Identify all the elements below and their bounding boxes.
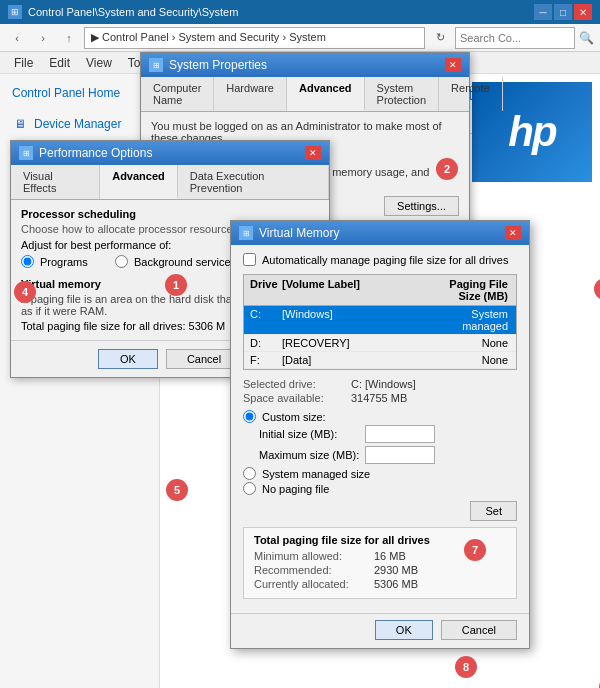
tab-dep[interactable]: Data Execution Prevention	[178, 165, 329, 199]
selected-drive-row: Selected drive: C: [Windows]	[243, 378, 517, 390]
initial-size-input[interactable]	[365, 425, 435, 443]
window-controls: ─ □ ✕	[534, 4, 592, 20]
set-btn-row: Set	[243, 501, 517, 521]
vm-icon: ⊞	[239, 226, 253, 240]
tab-visual-effects[interactable]: Visual Effects	[11, 165, 100, 199]
tab-hardware[interactable]: Hardware	[214, 77, 287, 111]
max-size-row: Maximum size (MB):	[259, 446, 517, 464]
drive-f-size: None	[426, 352, 516, 368]
sys-props-title-bar: ⊞ System Properties ✕	[141, 53, 469, 77]
edit-menu[interactable]: Edit	[41, 54, 78, 72]
search-input[interactable]	[455, 27, 575, 49]
initial-size-label: Initial size (MB):	[259, 428, 359, 440]
space-label: Space available:	[243, 392, 343, 404]
vm-footer: OK Cancel	[231, 613, 529, 648]
perf-ok-button[interactable]: OK	[98, 349, 158, 369]
vm-title-bar: ⊞ Virtual Memory ✕	[231, 221, 529, 245]
badge-8: 8	[455, 656, 477, 678]
minimize-button[interactable]: ─	[534, 4, 552, 20]
no-paging-label: No paging file	[262, 483, 329, 495]
sys-props-icon: ⊞	[149, 58, 163, 72]
background-label: Background services	[134, 256, 236, 268]
main-window-title: Control Panel\System and Security\System	[28, 6, 534, 18]
allocated-row: Currently allocated: 5306 MB	[254, 578, 506, 590]
file-menu[interactable]: File	[6, 54, 41, 72]
view-menu[interactable]: View	[78, 54, 120, 72]
search-icon: 🔍	[579, 31, 594, 45]
size-options: Custom size: Initial size (MB): Maximum …	[243, 410, 517, 495]
tab-computer-name[interactable]: Computer Name	[141, 77, 214, 111]
perf-title-bar: ⊞ Performance Options ✕	[11, 141, 329, 165]
badge-1: 1	[165, 274, 187, 296]
custom-size-row: Custom size:	[243, 410, 517, 423]
drive-d-letter: D:	[244, 335, 276, 351]
forward-button[interactable]: ›	[32, 28, 54, 48]
vm-ok-button[interactable]: OK	[375, 620, 433, 640]
tab-remote[interactable]: Remote	[439, 77, 503, 111]
system-managed-label: System managed size	[262, 468, 370, 480]
drive-row-d[interactable]: D: [RECOVERY] None	[244, 335, 516, 352]
drives-table: Drive [Volume Label] Paging File Size (M…	[243, 274, 517, 370]
badge-4: 4	[14, 281, 36, 303]
sys-props-tabs: Computer Name Hardware Advanced System P…	[141, 77, 469, 112]
total-label: Total paging file size for all drives:	[21, 320, 185, 332]
table-header: Drive [Volume Label] Paging File Size (M…	[244, 275, 516, 306]
drive-c-label: [Windows]	[276, 306, 426, 334]
tab-advanced-perf[interactable]: Advanced	[100, 165, 178, 199]
selected-drive-label: Selected drive:	[243, 378, 343, 390]
max-size-input[interactable]	[365, 446, 435, 464]
perf-close-button[interactable]: ✕	[305, 146, 321, 160]
maximize-button[interactable]: □	[554, 4, 572, 20]
drive-row-f[interactable]: F: [Data] None	[244, 352, 516, 369]
auto-manage-label: Automatically manage paging file size fo…	[262, 254, 508, 266]
background-radio[interactable]	[115, 255, 128, 268]
refresh-button[interactable]: ↻	[429, 28, 451, 48]
processor-scheduling-heading: Processor scheduling	[21, 208, 319, 220]
drive-f-label: [Data]	[276, 352, 426, 368]
sys-props-title: System Properties	[169, 58, 267, 72]
no-paging-row: No paging file	[243, 482, 517, 495]
space-value: 314755 MB	[351, 392, 407, 404]
hp-text: hp	[508, 108, 555, 156]
tab-system-protection[interactable]: System Protection	[365, 77, 440, 111]
window-icon: ⊞	[8, 5, 22, 19]
system-managed-row: System managed size	[243, 467, 517, 480]
programs-label: Programs	[40, 256, 88, 268]
vm-body: Automatically manage paging file size fo…	[231, 245, 529, 613]
vm-title: Virtual Memory	[259, 226, 339, 240]
drive-c-size: System managed	[426, 306, 516, 334]
sidebar-item-device-manager[interactable]: 🖥 Device Manager	[0, 112, 159, 136]
tab-advanced[interactable]: Advanced	[287, 77, 365, 111]
sys-props-close-button[interactable]: ✕	[445, 58, 461, 72]
set-button[interactable]: Set	[470, 501, 517, 521]
badge-2: 2	[436, 158, 458, 180]
min-value: 16 MB	[374, 550, 406, 562]
address-path[interactable]: ▶ Control Panel › System and Security › …	[84, 27, 425, 49]
sidebar-home[interactable]: Control Panel Home	[0, 82, 159, 104]
custom-size-radio[interactable]	[243, 410, 256, 423]
drive-d-size: None	[426, 335, 516, 351]
programs-radio[interactable]	[21, 255, 34, 268]
main-title-bar: ⊞ Control Panel\System and Security\Syst…	[0, 0, 600, 24]
close-button[interactable]: ✕	[574, 4, 592, 20]
back-button[interactable]: ‹	[6, 28, 28, 48]
up-button[interactable]: ↑	[58, 28, 80, 48]
sidebar-item-label: Device Manager	[34, 117, 121, 131]
no-paging-radio[interactable]	[243, 482, 256, 495]
drive-row-c[interactable]: C: [Windows] System managed	[244, 306, 516, 335]
recommended-row: Recommended: 2930 MB	[254, 564, 506, 576]
badge-7: 7	[464, 539, 486, 561]
vm-close-button[interactable]: ✕	[505, 226, 521, 240]
virtual-memory-dialog: ⊞ Virtual Memory ✕ Automatically manage …	[230, 220, 530, 649]
performance-settings-button[interactable]: Settings...	[384, 196, 459, 216]
system-managed-radio[interactable]	[243, 467, 256, 480]
vm-cancel-button[interactable]: Cancel	[441, 620, 517, 640]
auto-manage-checkbox[interactable]	[243, 253, 256, 266]
perf-tabs: Visual Effects Advanced Data Execution P…	[11, 165, 329, 200]
space-row: Space available: 314755 MB	[243, 392, 517, 404]
total-value: 5306 M	[189, 320, 226, 332]
perf-title: Performance Options	[39, 146, 152, 160]
badge-5: 5	[166, 479, 188, 501]
drive-f-letter: F:	[244, 352, 276, 368]
custom-size-label: Custom size:	[262, 411, 326, 423]
